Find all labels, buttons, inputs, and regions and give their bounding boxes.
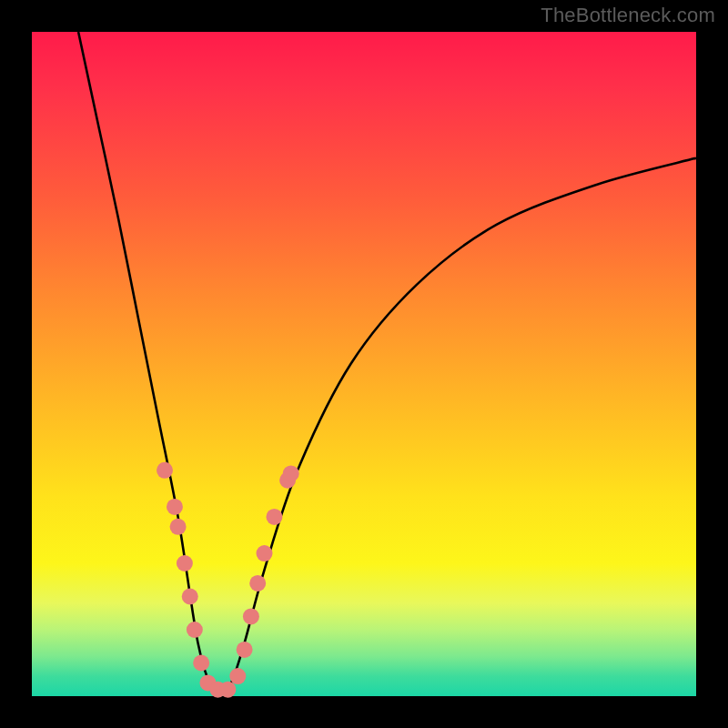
marker-dot <box>193 655 209 672</box>
marker-dot <box>266 509 282 525</box>
marker-dot <box>187 622 203 638</box>
marker-dot <box>157 462 173 479</box>
marker-dot <box>170 519 187 535</box>
marker-dot <box>249 575 266 592</box>
marker-dot <box>167 499 183 515</box>
curve-group <box>78 32 696 696</box>
marker-dot <box>243 608 259 624</box>
watermark-text: TheBottleneck.com <box>541 4 715 27</box>
chart-svg <box>32 32 696 696</box>
plot-area <box>32 32 696 696</box>
marker-group <box>157 462 299 698</box>
curve-right-path <box>217 158 696 696</box>
chart-frame: TheBottleneck.com <box>0 0 728 728</box>
marker-dot <box>283 465 299 481</box>
marker-dot <box>182 589 198 605</box>
marker-dot <box>219 682 236 698</box>
marker-dot <box>257 545 273 561</box>
marker-dot <box>177 555 193 571</box>
marker-dot <box>237 642 253 658</box>
marker-dot <box>229 668 246 684</box>
